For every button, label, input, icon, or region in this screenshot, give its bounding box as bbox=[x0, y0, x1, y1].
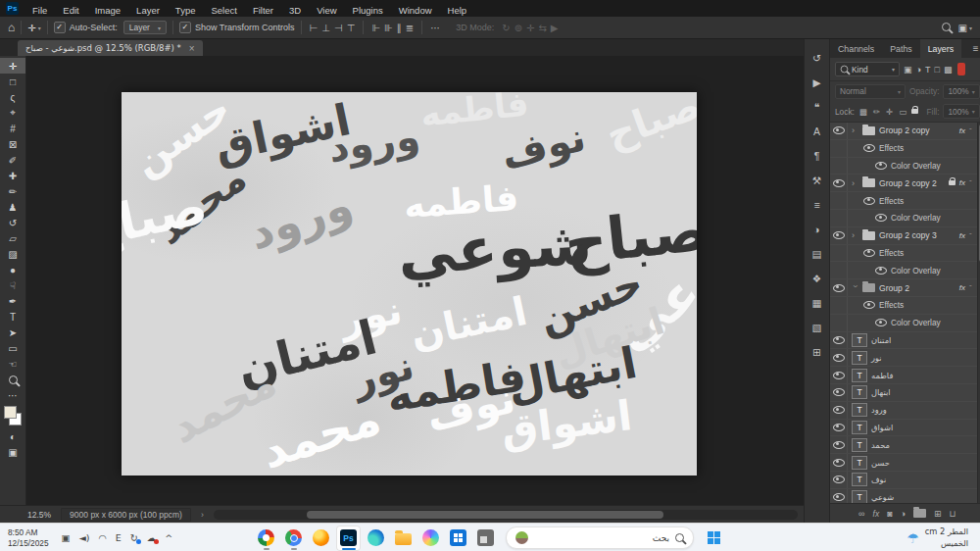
layer-row-text[interactable]: Tحسن bbox=[830, 454, 980, 472]
visibility-toggle[interactable] bbox=[830, 245, 848, 262]
more-align-options-icon[interactable]: ⋯ bbox=[428, 23, 442, 33]
menu-window[interactable]: Window bbox=[391, 5, 440, 16]
new-layer-icon[interactable]: ⊞ bbox=[934, 509, 942, 519]
visibility-toggle[interactable] bbox=[830, 315, 848, 331]
workspace-switcher-icon[interactable]: ▣▾ bbox=[958, 23, 972, 33]
align-center-h-icon[interactable]: ⊥ bbox=[319, 23, 332, 33]
taskbar-app-clock-app[interactable] bbox=[254, 526, 278, 551]
lasso-tool[interactable]: ς bbox=[0, 89, 25, 105]
filter-toggle-switch[interactable] bbox=[957, 63, 965, 75]
layer-row-effects[interactable]: Effects bbox=[830, 297, 980, 315]
volume-icon[interactable]: ◄) bbox=[79, 532, 90, 543]
visibility-toggle[interactable] bbox=[830, 402, 848, 419]
new-group-icon[interactable] bbox=[913, 509, 926, 518]
filter-adjustment-layers-icon[interactable]: ◑ bbox=[915, 65, 922, 75]
horizontal-scrollbar[interactable] bbox=[214, 510, 798, 520]
brush-tool[interactable]: ✏ bbox=[0, 183, 25, 199]
layer-row-group[interactable]: ›Group 2 copy 2fxˆ bbox=[830, 175, 980, 192]
layer-fx-badge[interactable]: fx bbox=[959, 178, 965, 187]
menu-layer[interactable]: Layer bbox=[128, 5, 168, 16]
link-layers-icon[interactable]: ∞ bbox=[858, 509, 864, 519]
layer-row-text[interactable]: Tنور bbox=[830, 349, 980, 367]
layer-row-text[interactable]: Tابتهال bbox=[830, 384, 980, 402]
eye-icon[interactable] bbox=[875, 214, 887, 222]
collapse-effects-icon[interactable]: ˆ bbox=[969, 126, 972, 135]
zoom-tool[interactable] bbox=[0, 372, 25, 387]
tab-channels[interactable]: Channels bbox=[830, 39, 882, 58]
visibility-toggle[interactable] bbox=[830, 192, 848, 209]
tab-paths[interactable]: Paths bbox=[882, 39, 920, 58]
visibility-toggle[interactable] bbox=[830, 472, 848, 488]
move-tool-preview-icon[interactable]: ✛▾ bbox=[27, 23, 40, 33]
eye-icon[interactable] bbox=[863, 249, 875, 257]
3d-roll-icon[interactable]: ⊚ bbox=[513, 23, 524, 33]
layer-row-group[interactable]: ›Group 2fxˆ bbox=[830, 279, 980, 297]
collapse-effects-icon[interactable]: ˆ bbox=[969, 283, 972, 292]
layer-row-effects[interactable]: Effects bbox=[830, 245, 980, 263]
menu-type[interactable]: Type bbox=[168, 5, 204, 16]
eraser-tool[interactable]: ▱ bbox=[0, 230, 25, 246]
clone-stamp-tool[interactable]: ♟ bbox=[0, 199, 25, 215]
auto-select-checkbox[interactable]: ✓Auto-Select: bbox=[54, 22, 118, 33]
menu-image[interactable]: Image bbox=[87, 5, 128, 16]
visibility-toggle[interactable] bbox=[830, 175, 848, 191]
group-chevron-icon[interactable]: › bbox=[851, 284, 860, 291]
filter-type-layers-icon[interactable]: T bbox=[924, 65, 932, 75]
patterns-panel-icon[interactable]: ▦ bbox=[805, 290, 829, 315]
quick-mask-mode[interactable]: ◐ bbox=[0, 428, 25, 444]
layer-style-icon[interactable]: fx bbox=[873, 509, 880, 519]
comments-panel-icon[interactable]: ❝ bbox=[805, 94, 829, 119]
eyedropper-tool[interactable]: ✐ bbox=[0, 152, 25, 168]
properties-panel-icon[interactable]: ≡ bbox=[805, 192, 829, 217]
layer-row-group[interactable]: ›Group 2 copyfxˆ bbox=[830, 123, 980, 140]
distribute-vertical-icon[interactable]: ⊩ bbox=[369, 23, 382, 33]
taskbar-app-chrome[interactable] bbox=[281, 526, 306, 551]
menu-3d[interactable]: 3D bbox=[281, 5, 309, 16]
lock-transparency-icon[interactable]: ▩ bbox=[858, 107, 868, 117]
filter-smart-objects-icon[interactable]: ▩ bbox=[943, 65, 954, 75]
menu-help[interactable]: Help bbox=[440, 5, 475, 16]
visibility-toggle[interactable] bbox=[830, 332, 848, 349]
align-right-icon[interactable]: ⊣ bbox=[332, 23, 345, 33]
libraries-panel-icon[interactable]: ▤ bbox=[805, 241, 829, 266]
visibility-toggle[interactable] bbox=[830, 436, 848, 453]
blend-mode-dropdown[interactable]: Normal▾ bbox=[835, 84, 906, 99]
lock-pixels-icon[interactable]: ✏ bbox=[872, 107, 881, 117]
taskbar-app-file-explorer[interactable] bbox=[391, 526, 416, 551]
character-panel-icon[interactable]: A bbox=[805, 119, 829, 143]
layer-row-group[interactable]: ›Group 2 copy 3fxˆ bbox=[830, 227, 980, 245]
object-selection-tool[interactable]: ⌖ bbox=[0, 105, 25, 121]
taskbar-app-firefox[interactable] bbox=[309, 526, 333, 551]
onedrive-icon[interactable]: ☁ bbox=[147, 532, 157, 543]
adjustment-layer-icon[interactable]: ◑ bbox=[901, 509, 906, 519]
visibility-toggle[interactable] bbox=[830, 279, 848, 296]
search-icon[interactable] bbox=[940, 23, 953, 33]
layer-mask-icon[interactable]: ◙ bbox=[887, 509, 892, 519]
frame-tool[interactable]: ⊠ bbox=[0, 136, 25, 152]
align-left-icon[interactable]: ⊢ bbox=[308, 23, 320, 33]
history-brush-tool[interactable]: ↺ bbox=[0, 215, 25, 230]
lock-artboard-icon[interactable]: ▭ bbox=[898, 107, 907, 117]
foreground-color-swatch[interactable] bbox=[4, 406, 17, 419]
visibility-toggle[interactable] bbox=[830, 227, 848, 244]
taskbar-clock[interactable]: 8:50 AM 12/15/2025 bbox=[8, 527, 49, 549]
sync-icon[interactable]: ↻ bbox=[130, 532, 138, 543]
adjustments-panel-icon[interactable]: ◑ bbox=[805, 217, 829, 241]
move-tool[interactable]: ✛ bbox=[0, 58, 25, 74]
group-chevron-icon[interactable]: › bbox=[852, 230, 858, 240]
gradient-tool[interactable]: ▨ bbox=[0, 246, 25, 262]
show-transform-checkbox[interactable]: ✓Show Transform Controls bbox=[179, 22, 295, 33]
layer-row-overlay[interactable]: Color Overlay bbox=[830, 315, 980, 332]
pen-tool[interactable]: ✒ bbox=[0, 293, 25, 309]
eye-icon[interactable] bbox=[863, 144, 875, 152]
paragraph-panel-icon[interactable]: ¶ bbox=[805, 143, 829, 168]
visibility-toggle[interactable] bbox=[830, 420, 848, 436]
layer-row-text[interactable]: Tورود bbox=[830, 402, 980, 420]
menu-view[interactable]: View bbox=[309, 5, 344, 16]
lock-position-icon[interactable]: ✛ bbox=[885, 107, 894, 117]
layer-row-text[interactable]: Tفاطمه bbox=[830, 367, 980, 384]
ime-language-icon[interactable]: E bbox=[116, 532, 122, 543]
3d-camera-icon[interactable]: ▶ bbox=[549, 23, 561, 33]
distribute-spacing-icon[interactable]: ∥ bbox=[395, 23, 404, 33]
delete-layer-icon[interactable]: ⊔ bbox=[950, 509, 956, 519]
